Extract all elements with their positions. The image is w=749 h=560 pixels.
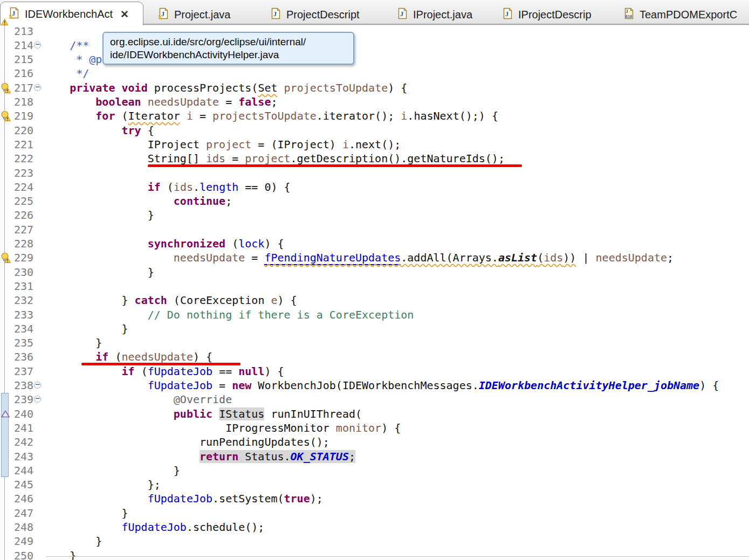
code-line[interactable]: 241 IProgressMonitor monitor) { xyxy=(0,421,749,435)
line-number: 237 xyxy=(8,364,33,378)
code-line[interactable]: 221 IProject project = (IProject) i.next… xyxy=(0,137,749,151)
code-token: null xyxy=(238,365,264,378)
code-line[interactable]: 237 if (fUpdateJob == null) { xyxy=(0,364,749,378)
code-token: = xyxy=(219,95,238,108)
fold-collapse-icon[interactable]: − xyxy=(34,396,41,403)
line-number: 250 xyxy=(8,549,33,560)
tab-close-icon[interactable]: ✕ xyxy=(120,8,129,20)
code-token: i xyxy=(187,109,193,122)
code-line[interactable]: 230 } xyxy=(0,265,749,279)
code-line[interactable]: 228 synchronized (lock) { xyxy=(0,237,749,251)
code-text: } xyxy=(44,208,154,222)
code-line[interactable]: 227 xyxy=(0,223,749,237)
code-token: ( xyxy=(135,365,148,378)
tab-teampdomexportc[interactable]: J010TeamPDOMExportC xyxy=(610,4,749,25)
warning-quickfix-marker-icon[interactable] xyxy=(1,110,11,122)
code-text: public IStatus runInUIThread( xyxy=(44,407,362,421)
code-line[interactable]: 238− fUpdateJob = new WorkbenchJob(IDEWo… xyxy=(0,378,749,392)
tooltip-path-line1: org.eclipse.ui.ide/src/org/eclipse/ui/in… xyxy=(110,36,347,49)
code-line[interactable]: 243 return Status.OK_STATUS; xyxy=(0,450,749,464)
fold-collapse-icon[interactable]: − xyxy=(34,42,41,49)
code-line[interactable]: 239− @Override xyxy=(0,392,749,406)
code-line[interactable]: 218 boolean needsUpdate = false; xyxy=(0,95,749,109)
code-line[interactable]: 249 } xyxy=(0,534,749,548)
code-line[interactable]: 217− private void processProjects(Set pr… xyxy=(0,81,749,95)
code-editor[interactable]: 213214− /**215 * @p216 */217− private vo… xyxy=(0,25,749,560)
code-line[interactable]: 225 continue; xyxy=(0,194,749,208)
code-token xyxy=(44,393,174,406)
code-line[interactable]: 226 } xyxy=(0,208,749,222)
svg-text:J: J xyxy=(626,9,628,14)
line-number: 233 xyxy=(8,308,33,322)
code-line[interactable]: 233 // Do nothing if there is a CoreExce… xyxy=(0,308,749,322)
code-line[interactable]: 229 needsUpdate = fPendingNatureUpdates.… xyxy=(0,251,749,265)
warning-quickfix-marker-icon[interactable] xyxy=(1,82,11,94)
svg-text:J: J xyxy=(505,10,509,18)
code-line[interactable]: 248 fUpdateJob.schedule(); xyxy=(0,520,749,534)
svg-text:J: J xyxy=(273,10,277,18)
line-number: 232 xyxy=(8,293,33,307)
code-token: void xyxy=(122,81,148,94)
code-token xyxy=(44,195,174,208)
code-token: fUpdateJob xyxy=(148,379,212,392)
code-token: (CoreException xyxy=(167,294,271,307)
code-token: .iterator(); xyxy=(317,109,401,122)
warning-quickfix-marker-icon[interactable] xyxy=(1,252,11,264)
code-line[interactable]: 231 xyxy=(0,279,749,293)
code-line[interactable]: 245 }; xyxy=(0,478,749,492)
code-token: ; xyxy=(225,195,232,208)
code-token: if xyxy=(95,350,108,363)
line-number: 242 xyxy=(8,435,33,449)
code-token xyxy=(44,251,174,264)
code-token: project xyxy=(245,152,290,165)
code-line[interactable]: 240 public IStatus runInUIThread( xyxy=(0,407,749,421)
code-line[interactable]: 244 } xyxy=(0,464,749,478)
code-line[interactable]: 220 try { xyxy=(0,123,749,137)
code-text: continue; xyxy=(44,194,232,208)
line-number: 238 xyxy=(8,378,33,392)
code-line[interactable]: 216 */ xyxy=(0,66,749,80)
code-text: return Status.OK_STATUS; xyxy=(44,450,355,464)
code-line[interactable]: 234 } xyxy=(0,322,749,336)
line-number: 236 xyxy=(8,350,33,364)
code-token xyxy=(141,95,148,108)
code-token: Status. xyxy=(238,450,290,463)
tab-projectdescript[interactable]: JProjectDescript xyxy=(257,4,397,25)
code-line[interactable]: 224 if (ids.length == 0) { xyxy=(0,180,749,194)
code-line[interactable]: 242 runPendingUpdates(); xyxy=(0,435,749,449)
code-token: ids xyxy=(206,152,225,165)
line-number: 240 xyxy=(8,407,33,421)
code-line[interactable]: 232 } catch (CoreException e) { xyxy=(0,293,749,307)
fold-collapse-icon[interactable]: − xyxy=(34,382,41,389)
code-line[interactable]: 246 fUpdateJob.setSystem(true); xyxy=(0,492,749,506)
code-line[interactable]: 223 xyxy=(0,166,749,180)
code-line[interactable]: 250 } xyxy=(0,549,749,560)
code-token: for xyxy=(95,109,115,122)
line-number: 223 xyxy=(8,166,33,180)
tab-bar: JIDEWorkbenchAct✕JProject.javaJProjectDe… xyxy=(0,0,749,25)
code-line[interactable]: 222 String[] ids = project.getDescriptio… xyxy=(0,151,749,165)
line-number: 221 xyxy=(8,137,33,151)
code-token: .setSystem( xyxy=(212,492,284,505)
code-token: } xyxy=(44,336,102,349)
occurrence-marker-icon[interactable] xyxy=(1,409,10,419)
code-token: @Override xyxy=(174,393,232,406)
tab-iprojectdescrip[interactable]: JIProjectDescrip xyxy=(489,4,624,25)
code-line[interactable]: 235 } xyxy=(0,336,749,350)
code-line[interactable]: 219 for (Iterator i = projectsToUpdate.i… xyxy=(0,109,749,123)
tab-iproject.java[interactable]: JIProject.java xyxy=(383,4,503,25)
code-line[interactable]: 236 if (needsUpdate) { xyxy=(0,350,749,364)
code-line[interactable]: 247 } xyxy=(0,506,749,520)
code-text: * @p xyxy=(44,52,102,66)
code-text: IProject project = (IProject) i.next(); xyxy=(44,137,401,151)
code-text: }; xyxy=(44,478,161,492)
tab-project.java[interactable]: JProject.java xyxy=(145,4,271,25)
line-number: 245 xyxy=(8,478,33,492)
fold-collapse-icon[interactable]: − xyxy=(34,84,41,91)
code-text: } xyxy=(44,506,128,520)
code-token: ; xyxy=(271,95,277,108)
code-token: projectsToUpdate xyxy=(212,109,317,122)
code-text: runPendingUpdates(); xyxy=(44,435,329,449)
tab-ideworkbenchact[interactable]: JIDEWorkbenchAct✕ xyxy=(0,2,143,25)
line-number: 248 xyxy=(8,520,33,534)
